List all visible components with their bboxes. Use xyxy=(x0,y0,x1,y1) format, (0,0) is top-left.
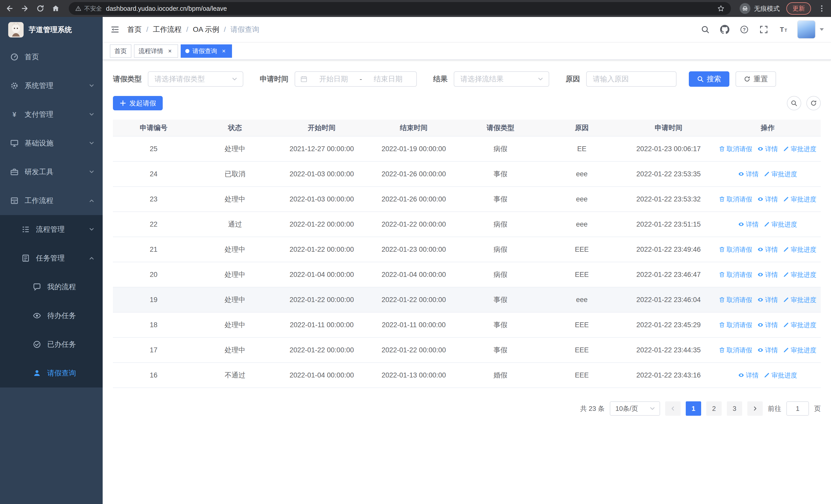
help-button[interactable]: ? xyxy=(735,17,754,42)
action-progress-link[interactable]: 审批进度 xyxy=(764,220,797,229)
search-button[interactable]: 搜索 xyxy=(689,71,729,87)
action-progress-link[interactable]: 审批进度 xyxy=(783,296,816,304)
action-progress-link[interactable]: 审批进度 xyxy=(783,145,816,153)
github-link[interactable] xyxy=(715,17,735,42)
action-detail-link[interactable]: 详情 xyxy=(757,195,778,204)
action-progress-link[interactable]: 审批进度 xyxy=(764,371,797,380)
create-leave-button[interactable]: 发起请假 xyxy=(113,96,163,110)
start-date-input[interactable]: 开始日期 xyxy=(311,74,356,84)
action-cancel-link[interactable]: 取消请假 xyxy=(719,346,752,354)
apply-time-label: 申请时间 xyxy=(260,74,288,84)
sidebar-item-dev-tools[interactable]: 研发工具 xyxy=(0,157,103,186)
action-detail-link[interactable]: 详情 xyxy=(757,296,778,304)
cell-reason: EEE xyxy=(541,371,623,379)
cell-status: 已取消 xyxy=(194,169,276,179)
browser-menu-icon[interactable] xyxy=(818,4,826,12)
page-button-3[interactable]: 3 xyxy=(727,402,742,416)
sidebar-item-leave-query[interactable]: 请假查询 xyxy=(0,359,103,387)
action-cancel-link[interactable]: 取消请假 xyxy=(719,245,752,254)
prev-page-button[interactable] xyxy=(665,402,681,416)
breadcrumb-home[interactable]: 首页 xyxy=(127,25,142,34)
reset-button[interactable]: 重置 xyxy=(736,71,776,87)
action-detail-link[interactable]: 详情 xyxy=(757,245,778,254)
sidebar-menu: 首页 系统管理 ¥ 支付管理 基础设施 xyxy=(0,42,103,387)
close-icon[interactable]: × xyxy=(220,48,227,55)
leave-type-select[interactable]: 请选择请假类型 xyxy=(148,71,243,87)
sidebar-item-system-management[interactable]: 系统管理 xyxy=(0,71,103,100)
action-progress-link[interactable]: 审批进度 xyxy=(783,195,816,204)
action-cancel-link[interactable]: 取消请假 xyxy=(719,270,752,279)
cell-leave-type: 事假 xyxy=(460,320,541,329)
sidebar-item-home[interactable]: 首页 xyxy=(0,42,103,71)
sidebar-collapse-button[interactable] xyxy=(103,17,127,42)
next-page-button[interactable] xyxy=(747,402,763,416)
sidebar-item-my-processes[interactable]: 我的流程 xyxy=(0,272,103,301)
bookmark-star-icon[interactable] xyxy=(717,5,725,12)
cell-reason: EEE xyxy=(541,245,623,254)
page-button-1[interactable]: 1 xyxy=(686,402,701,416)
tag-process-detail[interactable]: 流程详情 × xyxy=(134,45,178,58)
action-detail-link[interactable]: 详情 xyxy=(757,145,778,153)
cell-reason: EE xyxy=(541,145,623,153)
svg-text:T: T xyxy=(784,28,787,33)
fullscreen-button[interactable] xyxy=(754,17,774,42)
browser-forward-icon[interactable] xyxy=(21,4,29,13)
security-indicator[interactable]: 不安全 xyxy=(75,5,102,12)
user-avatar[interactable] xyxy=(797,20,815,39)
app-logo[interactable]: 芋道管理系统 xyxy=(0,17,103,42)
date-range-picker[interactable]: 开始日期 - 结束日期 xyxy=(295,71,417,87)
browser-home-icon[interactable] xyxy=(51,4,60,13)
action-progress-link[interactable]: 审批进度 xyxy=(783,321,816,329)
refresh-table-button[interactable] xyxy=(806,96,821,110)
action-detail-link[interactable]: 详情 xyxy=(757,270,778,279)
action-detail-link[interactable]: 详情 xyxy=(757,346,778,354)
table-row: 19处理中2022-01-22 00:00:002022-01-22 00:00… xyxy=(113,288,821,313)
avatar-caret-icon[interactable] xyxy=(820,28,824,31)
sidebar-item-todo-tasks[interactable]: 待办任务 xyxy=(0,301,103,330)
sidebar-item-process-management[interactable]: 流程管理 xyxy=(0,215,103,244)
toggle-search-button[interactable] xyxy=(787,96,801,110)
action-detail-link[interactable]: 详情 xyxy=(738,220,758,229)
result-select[interactable]: 请选择流结果 xyxy=(454,71,549,87)
chevron-down-icon xyxy=(537,76,544,82)
breadcrumb-workflow[interactable]: 工作流程 xyxy=(153,25,182,34)
end-date-input[interactable]: 结束日期 xyxy=(365,74,411,84)
browser-back-icon[interactable] xyxy=(5,4,14,13)
page-button-2[interactable]: 2 xyxy=(706,402,722,416)
cell-actions: 取消请假详情审批进度 xyxy=(715,296,821,304)
page-size-select[interactable]: 10条/页 xyxy=(610,402,660,416)
filter-reason: 原因 xyxy=(566,71,677,87)
action-progress-link[interactable]: 审批进度 xyxy=(783,270,816,279)
action-progress-link[interactable]: 审批进度 xyxy=(783,245,816,254)
action-detail-link[interactable]: 详情 xyxy=(738,371,758,380)
url-text[interactable]: dashboard.yudao.iocoder.cn/bpm/oa/leave xyxy=(106,5,713,12)
sidebar-item-payment-management[interactable]: ¥ 支付管理 xyxy=(0,100,103,129)
sidebar-item-workflow[interactable]: 工作流程 xyxy=(0,186,103,215)
browser-update-button[interactable]: 更新 xyxy=(786,2,811,14)
action-detail-link[interactable]: 详情 xyxy=(757,321,778,329)
sidebar-item-infrastructure[interactable]: 基础设施 xyxy=(0,129,103,157)
reason-input[interactable] xyxy=(593,75,670,83)
tag-leave-query[interactable]: 请假查询 × xyxy=(181,45,232,58)
action-cancel-link[interactable]: 取消请假 xyxy=(719,321,752,329)
action-cancel-link[interactable]: 取消请假 xyxy=(719,296,752,304)
sidebar-item-task-management[interactable]: 任务管理 xyxy=(0,244,103,272)
action-detail-link[interactable]: 详情 xyxy=(738,170,758,178)
reason-label: 原因 xyxy=(566,74,580,84)
tag-home[interactable]: 首页 xyxy=(110,45,132,58)
action-progress-link[interactable]: 审批进度 xyxy=(783,346,816,354)
font-size-button[interactable]: TT xyxy=(774,17,793,42)
cell-start-time: 2021-12-27 00:00:00 xyxy=(276,145,368,153)
goto-page-input[interactable] xyxy=(786,402,809,416)
github-icon xyxy=(720,25,729,34)
action-progress-link[interactable]: 审批进度 xyxy=(764,170,797,178)
action-cancel-link[interactable]: 取消请假 xyxy=(719,195,752,204)
breadcrumb-oa-example[interactable]: OA 示例 xyxy=(193,25,220,34)
column-header-reason: 原因 xyxy=(541,123,623,132)
header-search-button[interactable] xyxy=(695,17,715,42)
action-cancel-link[interactable]: 取消请假 xyxy=(719,145,752,153)
close-icon[interactable]: × xyxy=(166,48,173,55)
sidebar-item-done-tasks[interactable]: 已办任务 xyxy=(0,330,103,359)
address-bar[interactable]: 不安全 dashboard.yudao.iocoder.cn/bpm/oa/le… xyxy=(69,2,731,15)
browser-reload-icon[interactable] xyxy=(36,4,45,13)
